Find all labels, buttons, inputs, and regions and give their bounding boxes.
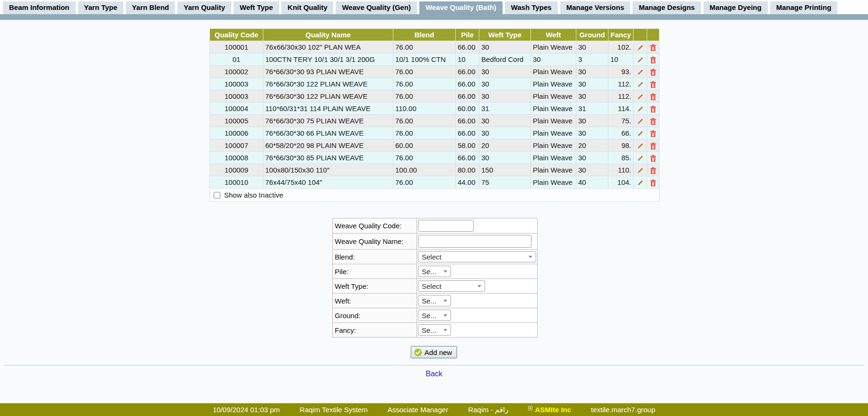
footer-company[interactable]: ASMIte Inc xyxy=(528,406,571,414)
tab-manage-dyeing[interactable]: Manage Dyeing xyxy=(703,1,768,14)
edit-pencil-icon[interactable] xyxy=(634,127,647,139)
edit-pencil-icon[interactable] xyxy=(634,176,647,189)
edit-pencil-icon[interactable] xyxy=(634,41,647,53)
tab-bar: Beam InformationYarn TypeYarn BlendYarn … xyxy=(0,0,868,14)
table-row: 10000576*66/30*30 75 PLIAN WEAVE76.0066.… xyxy=(210,115,660,127)
add-new-button[interactable]: Add new xyxy=(411,346,457,358)
cell-name: 76*66/30*30 85 PLIAN WEAVE xyxy=(263,152,393,164)
tab-wash-types[interactable]: Wash Types xyxy=(505,1,558,14)
tab-yarn-quality[interactable]: Yarn Quality xyxy=(177,1,231,14)
pile-select[interactable]: Se... xyxy=(418,266,451,277)
edit-pencil-icon[interactable] xyxy=(634,152,647,164)
weave-quality-code-input[interactable] xyxy=(418,220,474,232)
delete-trash-icon[interactable] xyxy=(647,176,660,189)
cell-fancy: 10 xyxy=(608,53,634,66)
delete-trash-icon[interactable] xyxy=(647,127,660,139)
cell-pile: 80.00 xyxy=(456,164,479,176)
edit-pencil-icon[interactable] xyxy=(634,139,647,152)
cell-code: 100005 xyxy=(210,115,263,127)
chevron-down-icon xyxy=(443,300,447,302)
table-row: 10000876*66/30*30 85 PLIAN WEAVE76.0066.… xyxy=(210,152,660,164)
cell-pile: 66.00 xyxy=(456,78,479,90)
tab-manage-designs[interactable]: Manage Designs xyxy=(633,1,701,14)
cell-pile: 66.00 xyxy=(456,41,479,53)
select-value: Se... xyxy=(422,297,436,305)
cell-weft: Plain Weave xyxy=(531,78,576,90)
edit-pencil-icon[interactable] xyxy=(634,103,647,115)
cell-wefttype: 30 xyxy=(479,41,531,53)
footer-system-name: Raqim Textile System xyxy=(300,406,368,414)
field-label: Ground: xyxy=(333,308,417,323)
form-row: Ground:Se... xyxy=(333,308,538,323)
table-row: 10000376*66/30*30 122 PLIAN WEAVE76.0066… xyxy=(210,78,660,90)
tab-label: Yarn Quality xyxy=(183,3,225,11)
tab-manage-versions[interactable]: Manage Versions xyxy=(560,1,631,14)
delete-trash-icon[interactable] xyxy=(647,53,660,66)
weave-quality-name-input[interactable] xyxy=(418,235,531,248)
back-link[interactable]: Back xyxy=(425,370,443,378)
delete-trash-icon[interactable] xyxy=(647,90,660,103)
edit-pencil-icon[interactable] xyxy=(634,164,647,176)
blend-select[interactable]: Select xyxy=(418,251,536,262)
field-label: Weave Quality Code: xyxy=(333,218,417,234)
cell-weft: Plain Weave xyxy=(531,103,576,115)
footer-user-role: Associate Manager xyxy=(388,406,448,414)
tab-label: Weft Type xyxy=(240,3,273,11)
delete-trash-icon[interactable] xyxy=(647,115,660,127)
cell-fancy: 102. xyxy=(608,41,634,53)
tab-yarn-blend[interactable]: Yarn Blend xyxy=(126,1,175,14)
tab-weft-type[interactable]: Weft Type xyxy=(234,1,279,14)
check-circle-icon xyxy=(414,348,422,356)
tab-beam-information[interactable]: Beam Information xyxy=(3,1,76,14)
edit-pencil-icon[interactable] xyxy=(634,66,647,78)
edit-pencil-icon[interactable] xyxy=(634,90,647,103)
cell-name: 110*60/31*31 114 PLAIN WEAVE xyxy=(263,103,393,115)
tab-knit-quality[interactable]: Knit Quality xyxy=(281,1,333,14)
tab-yarn-type[interactable]: Yarn Type xyxy=(78,1,124,14)
edit-pencil-icon[interactable] xyxy=(634,115,647,127)
delete-trash-icon[interactable] xyxy=(647,164,660,176)
cell-ground: 20 xyxy=(576,139,608,152)
field-label: Weave Quality Name: xyxy=(333,234,417,250)
delete-trash-icon[interactable] xyxy=(647,152,660,164)
delete-trash-icon[interactable] xyxy=(647,103,660,115)
edit-pencil-icon[interactable] xyxy=(634,53,647,66)
cell-name: 76x44/75x40 104" xyxy=(263,176,393,189)
tab-weave-quality-bath[interactable]: Weave Quality (Bath) xyxy=(419,1,503,14)
cell-blend: 76.00 xyxy=(393,78,456,90)
tab-label: Yarn Blend xyxy=(132,3,169,11)
tab-label: Manage Designs xyxy=(639,3,694,11)
cell-blend: 76.00 xyxy=(393,66,456,78)
delete-trash-icon[interactable] xyxy=(647,78,660,90)
column-header: Pile xyxy=(456,29,479,41)
form-row: Blend:Select xyxy=(333,250,538,264)
add-new-label: Add new xyxy=(425,348,452,356)
cell-weft: 30 xyxy=(531,53,576,66)
cell-name: 76*66/30*30 93 PLIAN WEAVE xyxy=(263,66,393,78)
delete-trash-icon[interactable] xyxy=(647,139,660,152)
form-row: Weft Type:Select xyxy=(333,279,538,294)
cell-code: 100003 xyxy=(210,78,263,90)
tab-manage-printing[interactable]: Manage Printing xyxy=(770,1,838,14)
weft-select[interactable]: Se... xyxy=(418,295,451,306)
cell-weft: Plain Weave xyxy=(531,90,576,103)
weft-type-select[interactable]: Select xyxy=(418,280,485,292)
show-inactive-checkbox[interactable] xyxy=(214,192,220,199)
cell-fancy: 104. xyxy=(608,176,634,189)
delete-trash-icon[interactable] xyxy=(647,41,660,53)
edit-pencil-icon[interactable] xyxy=(634,78,647,90)
tab-label: Manage Versions xyxy=(566,3,625,11)
tab-label: Weave Quality (Bath) xyxy=(425,3,496,11)
delete-trash-icon[interactable] xyxy=(647,66,660,78)
cell-code: 100001 xyxy=(210,41,263,53)
cell-wefttype: 30 xyxy=(479,152,531,164)
cell-name: 60*58/20*20 98 PLAIN WEAVE xyxy=(263,139,393,152)
field-label: Weft: xyxy=(333,294,417,308)
cell-pile: 58.00 xyxy=(456,139,479,152)
cell-pile: 10 xyxy=(456,53,479,66)
ground-select[interactable]: Se... xyxy=(418,310,451,321)
cell-fancy: 98. xyxy=(608,139,634,152)
tab-label: Wash Types xyxy=(511,3,552,11)
tab-weave-quality-gen[interactable]: Weave Quality (Gen) xyxy=(336,1,417,14)
fancy-select[interactable]: Se... xyxy=(418,324,451,336)
